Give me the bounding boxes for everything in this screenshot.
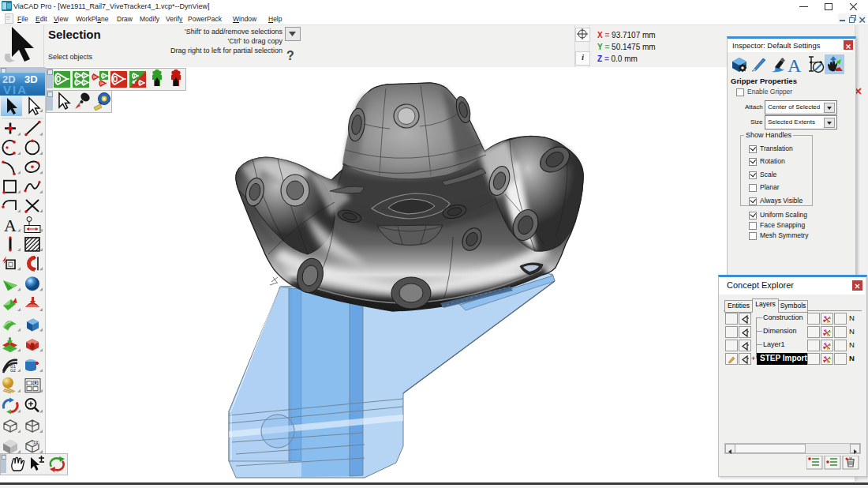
svg-text:G2: G2 — [10, 368, 16, 373]
svg-text:A: A — [4, 216, 17, 235]
svg-text:A: A — [788, 55, 802, 75]
